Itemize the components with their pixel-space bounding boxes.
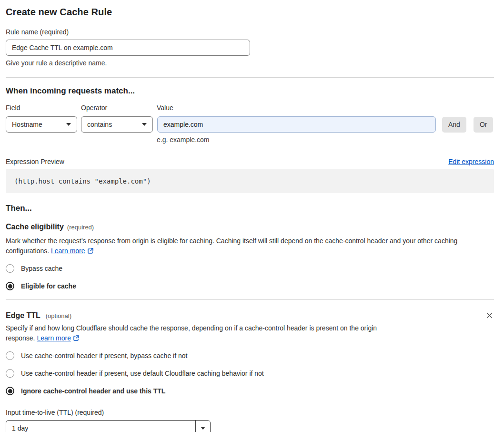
rule-name-value: Edge Cache TTL on example.com <box>12 44 113 51</box>
match-column-labels: Field Operator Value <box>6 104 494 112</box>
close-icon[interactable] <box>485 311 494 320</box>
radio-bypass-cache[interactable]: Bypass cache <box>6 264 494 273</box>
ttl-select[interactable]: 1 day <box>6 420 211 432</box>
or-button[interactable]: Or <box>474 117 494 133</box>
radio-use-header-default[interactable]: Use cache-control header if present, use… <box>6 369 494 378</box>
radio-circle-checked-icon[interactable] <box>6 282 14 290</box>
expression-preview-row: Expression Preview Edit expression <box>6 158 494 165</box>
edge-ttl-learn-more-link[interactable]: Learn more <box>37 334 71 342</box>
divider <box>6 77 494 78</box>
field-select-value: Hostname <box>12 121 42 128</box>
ttl-select-value: 1 day <box>6 421 195 432</box>
field-label: Field <box>6 104 81 112</box>
external-link-icon <box>73 334 80 344</box>
cache-eligibility-learn-more-link[interactable]: Learn more <box>51 247 85 255</box>
chevron-down-icon <box>142 123 147 126</box>
edge-ttl-heading-row: Edge TTL (optional) <box>6 311 494 320</box>
radio-eligible-for-cache[interactable]: Eligible for cache <box>6 282 494 290</box>
radio-label: Use cache-control header if present, byp… <box>21 352 187 360</box>
radio-circle-checked-icon[interactable] <box>6 387 14 395</box>
rule-name-helper: Give your rule a descriptive name. <box>6 59 494 67</box>
operator-label: Operator <box>81 104 157 112</box>
radio-circle-icon[interactable] <box>6 264 14 273</box>
ttl-select-arrow-button[interactable] <box>195 421 210 432</box>
radio-label: Use cache-control header if present, use… <box>21 370 264 377</box>
radio-circle-icon[interactable] <box>6 351 14 360</box>
operator-select[interactable]: contains <box>81 116 153 133</box>
cache-eligibility-required-tag: (required) <box>67 224 94 231</box>
radio-use-header-bypass[interactable]: Use cache-control header if present, byp… <box>6 351 494 360</box>
edge-ttl-description: Specify if and how long Cloudflare shoul… <box>6 323 401 344</box>
radio-ignore-header-use-ttl[interactable]: Ignore cache-control header and use this… <box>6 387 494 395</box>
create-cache-rule-form: Create new Cache Rule Rule name (require… <box>0 0 504 432</box>
divider <box>6 299 494 300</box>
expression-code: (http.host contains "example.com") <box>14 177 151 185</box>
value-input-value: example.com <box>163 121 203 128</box>
rule-name-input[interactable]: Edge Cache TTL on example.com <box>6 40 250 56</box>
cache-eligibility-heading-row: Cache eligibility (required) <box>6 223 494 231</box>
operator-select-value: contains <box>87 121 112 128</box>
and-button[interactable]: And <box>442 117 466 133</box>
external-link-icon <box>87 247 94 257</box>
value-input[interactable]: example.com <box>157 116 436 133</box>
radio-circle-icon[interactable] <box>6 369 14 378</box>
edge-ttl-optional-tag: (optional) <box>46 312 71 319</box>
match-section-heading: When incoming requests match... <box>6 86 494 96</box>
value-label: Value <box>157 104 173 112</box>
value-helper: e.g. example.com <box>157 136 494 144</box>
radio-label: Ignore cache-control header and use this… <box>21 387 165 395</box>
cache-eligibility-description: Mark whether the request’s response from… <box>6 236 487 257</box>
chevron-down-icon <box>201 427 205 430</box>
expression-code-box: (http.host contains "example.com") <box>6 169 494 193</box>
edit-expression-link[interactable]: Edit expression <box>448 158 494 165</box>
field-select[interactable]: Hostname <box>6 116 77 133</box>
cache-eligibility-heading: Cache eligibility <box>6 223 64 231</box>
edge-ttl-heading: Edge TTL <box>6 311 40 319</box>
radio-label: Eligible for cache <box>21 282 76 290</box>
then-heading: Then... <box>6 204 494 213</box>
rule-name-label: Rule name (required) <box>6 28 494 36</box>
match-condition-row: Hostname contains example.com And Or <box>6 116 494 133</box>
ttl-input-label: Input time-to-live (TTL) (required) <box>6 409 494 416</box>
expression-preview-label: Expression Preview <box>6 158 64 165</box>
radio-label: Bypass cache <box>21 265 62 272</box>
page-title: Create new Cache Rule <box>6 7 494 18</box>
chevron-down-icon <box>66 123 71 126</box>
